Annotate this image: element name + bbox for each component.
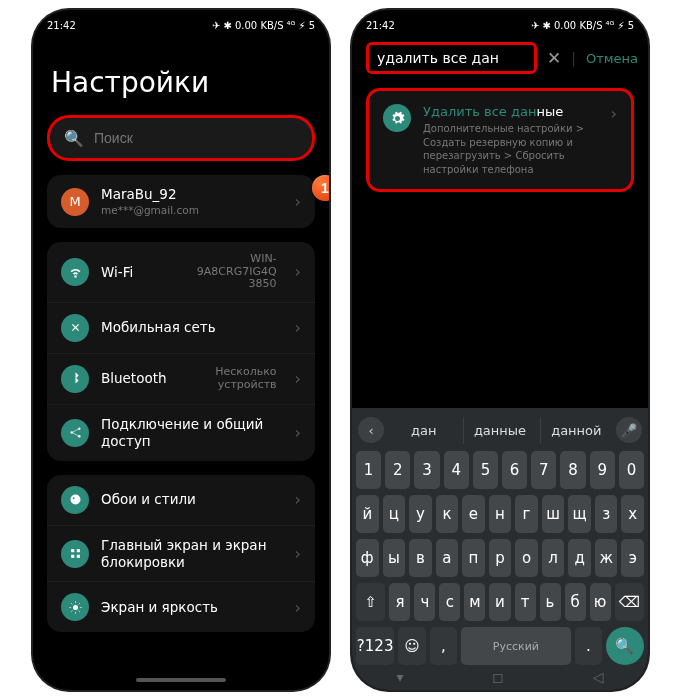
row-label: Экран и яркость [101,599,283,616]
symbols-key[interactable]: ?123 [356,627,394,665]
row-label: Мобильная сеть [101,319,283,336]
key-ч[interactable]: ч [414,583,435,621]
settings-row-share[interactable]: Подключение и общий доступ › [47,404,315,461]
key-ь[interactable]: ь [540,583,561,621]
key-3[interactable]: 3 [414,451,439,489]
cancel-button[interactable]: Отмена [586,51,638,66]
settings-row-home[interactable]: Главный экран и экран блокировки › [47,525,315,582]
page-title: Настройки [33,36,329,115]
backspace-key[interactable]: ⌫ [615,583,644,621]
key-п[interactable]: п [462,539,485,577]
phone-left: 21:42 ✈︎ ✱0.00 KB/S⁴ᴳ ⚡︎5 Настройки 🔍 1 … [33,10,329,690]
svg-point-9 [73,605,78,610]
svg-point-1 [78,428,81,431]
key-й[interactable]: й [356,495,379,533]
search-key[interactable]: 🔍 [606,627,644,665]
clear-icon[interactable]: ✕ [547,48,561,68]
key-5[interactable]: 5 [473,451,498,489]
key-в[interactable]: в [409,539,432,577]
key-л[interactable]: л [542,539,565,577]
account-email: me***@gmail.com [101,204,283,217]
key-ю[interactable]: ю [590,583,611,621]
key-9[interactable]: 9 [590,451,615,489]
key-г[interactable]: г [515,495,538,533]
search-input[interactable]: 🔍 [47,115,315,161]
comma-key[interactable]: , [430,627,457,665]
period-key[interactable]: . [575,627,602,665]
row-label: Подключение и общий доступ [101,416,283,450]
settings-row-disp[interactable]: Экран и яркость › [47,581,315,632]
key-е[interactable]: е [462,495,485,533]
row-label: Обои и стили [101,491,283,508]
key-1[interactable]: 1 [356,451,381,489]
key-о[interactable]: о [515,539,538,577]
settings-row-wall[interactable]: Обои и стили › [47,475,315,525]
search-query[interactable]: удалить все дан [366,42,537,74]
key-э[interactable]: э [621,539,644,577]
chevron-right-icon: › [295,490,301,509]
settings-row-wifi[interactable]: Wi-Fi WIN-9A8CRG7IG4Q 3850 › [47,242,315,302]
svg-rect-8 [76,555,79,558]
chevron-right-icon: › [295,423,301,442]
account-name: MaraBu_92 [101,186,283,203]
key-6[interactable]: 6 [502,451,527,489]
key-у[interactable]: у [409,495,432,533]
key-з[interactable]: з [595,495,618,533]
key-ж[interactable]: ж [595,539,618,577]
key-ц[interactable]: ц [383,495,406,533]
display-group: Обои и стили › Главный экран и экран бло… [47,475,315,633]
key-т[interactable]: т [515,583,536,621]
cell-icon [61,314,89,342]
row-value: WIN-9A8CRG7IG4Q 3850 [182,253,277,291]
chevron-right-icon: › [295,598,301,617]
key-а[interactable]: а [436,539,459,577]
search-field[interactable] [92,129,298,147]
wall-icon [61,486,89,514]
key-ф[interactable]: ф [356,539,379,577]
suggestion[interactable]: данные [463,417,535,444]
key-2[interactable]: 2 [385,451,410,489]
suggestion[interactable]: данной [540,417,612,444]
key-ы[interactable]: ы [383,539,406,577]
svg-point-2 [78,435,81,438]
key-0[interactable]: 0 [619,451,644,489]
key-х[interactable]: х [621,495,644,533]
search-icon: 🔍 [64,129,84,148]
row-value: Несколько устройств [182,366,277,391]
chevron-right-icon: › [295,544,301,563]
row-label: Wi-Fi [101,264,170,281]
key-р[interactable]: р [489,539,512,577]
key-б[interactable]: б [565,583,586,621]
mic-icon[interactable]: 🎤 [616,417,642,443]
key-д[interactable]: д [568,539,591,577]
chevron-right-icon: › [611,104,617,123]
emoji-key[interactable]: ☺ [398,627,425,665]
key-н[interactable]: н [489,495,512,533]
search-result[interactable]: Удалить все данные Дополнительные настро… [366,88,634,192]
suggestion[interactable]: дан [388,417,459,444]
key-ш[interactable]: ш [542,495,565,533]
settings-row-bt[interactable]: " stroke="#fff" Bluetooth Несколько устр… [47,353,315,404]
key-с[interactable]: с [439,583,460,621]
result-path: Дополнительные настройки > Создать резер… [423,122,599,176]
svg-rect-7 [71,555,74,558]
account-row[interactable]: M MaraBu_92 me***@gmail.com › [47,175,315,228]
key-к[interactable]: к [436,495,459,533]
key-щ[interactable]: щ [568,495,591,533]
key-7[interactable]: 7 [531,451,556,489]
shift-key[interactable]: ⇧ [356,583,385,621]
svg-point-0 [70,432,73,435]
home-bar [136,678,226,682]
key-и[interactable]: и [489,583,510,621]
chevron-left-icon[interactable]: ‹ [358,417,384,443]
result-title: Удалить все данные [423,104,599,119]
key-я[interactable]: я [389,583,410,621]
space-key[interactable]: Русский [461,627,571,665]
account-card: M MaraBu_92 me***@gmail.com › [47,175,315,228]
svg-point-3 [70,495,80,505]
wifi-icon [61,258,89,286]
key-8[interactable]: 8 [560,451,585,489]
settings-row-cell[interactable]: Мобильная сеть › [47,302,315,353]
key-м[interactable]: м [464,583,485,621]
key-4[interactable]: 4 [444,451,469,489]
